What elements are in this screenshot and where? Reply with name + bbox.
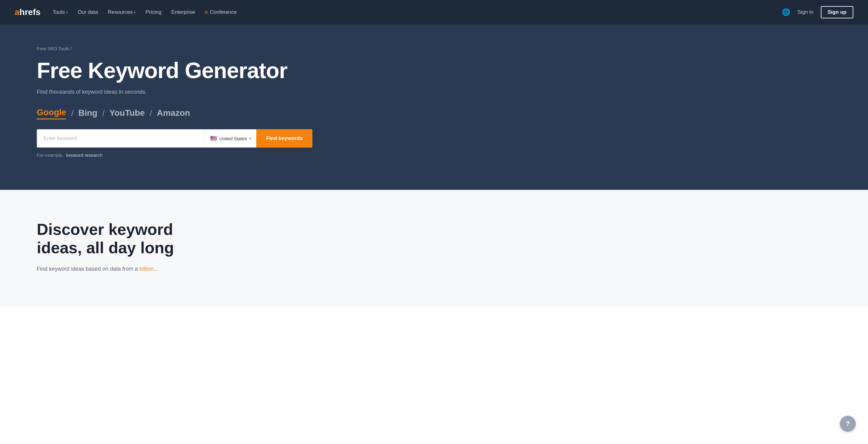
logo-hrefs: hrefs: [20, 7, 40, 17]
lower-description: Find keyword ideas based on data from a …: [37, 264, 245, 274]
tab-bing-label: Bing: [79, 108, 97, 118]
logo-text: ahrefs: [15, 7, 40, 17]
signin-link[interactable]: Sign in: [798, 9, 813, 15]
signin-label: Sign in: [798, 9, 813, 15]
nav-pricing[interactable]: Pricing: [146, 9, 161, 15]
search-row: 🇺🇸 United States ▾ Find keywords: [37, 129, 312, 148]
nav-enterprise[interactable]: Enterprise: [171, 9, 195, 15]
conference-icon: ≡: [205, 9, 208, 15]
nav-tools[interactable]: Tools ▾: [53, 9, 68, 15]
nav-conference-label: Conference: [210, 9, 237, 15]
signup-label: Sign up: [828, 9, 846, 15]
tab-amazon-label: Amazon: [157, 108, 190, 118]
page-title: Free Keyword Generator: [37, 59, 831, 83]
tab-google[interactable]: Google: [37, 107, 66, 119]
nav-conference[interactable]: ≡ Conference: [205, 9, 237, 15]
hero-subtitle: Find thousands of keyword ideas in secon…: [37, 89, 831, 95]
logo-a: a: [15, 7, 20, 17]
nav-enterprise-label: Enterprise: [171, 9, 195, 15]
hero-section: Free SEO Tools / Free Keyword Generator …: [0, 25, 868, 190]
nav-links: Tools ▾ Our data Resources ▾ Pricing Ent…: [53, 9, 782, 15]
resources-chevron-icon: ▾: [134, 10, 136, 14]
tab-youtube[interactable]: YouTube: [109, 108, 145, 119]
globe-button[interactable]: 🌐: [782, 8, 790, 16]
separator-2: /: [102, 109, 104, 118]
tab-google-label: Google: [37, 107, 66, 117]
nav-tools-label: Tools: [53, 9, 65, 15]
example-prefix: For example,: [37, 153, 64, 158]
country-select[interactable]: 🇺🇸 United States ▾: [205, 129, 256, 148]
nav-ourdata-label: Our data: [78, 9, 98, 15]
breadcrumb: Free SEO Tools /: [37, 46, 831, 51]
breadcrumb-parent: Free SEO Tools: [37, 46, 69, 51]
tab-amazon[interactable]: Amazon: [157, 108, 190, 119]
separator-1: /: [71, 109, 73, 118]
find-keywords-button[interactable]: Find keywords: [256, 129, 312, 148]
logo[interactable]: ahrefs: [15, 7, 40, 17]
nav-ourdata[interactable]: Our data: [78, 9, 98, 15]
tab-bing[interactable]: Bing: [79, 108, 97, 119]
separator-3: /: [150, 109, 152, 118]
breadcrumb-separator: /: [70, 46, 72, 51]
tools-chevron-icon: ▾: [66, 10, 68, 14]
billion-link[interactable]: billion: [140, 266, 153, 272]
example-keyword: keyword research: [66, 153, 102, 158]
signup-button[interactable]: Sign up: [821, 6, 853, 19]
nav-right: 🌐 Sign in Sign up: [782, 6, 853, 19]
find-btn-label: Find keywords: [266, 135, 303, 141]
example-text: For example, keyword research: [37, 153, 831, 158]
country-label: United States: [219, 136, 247, 141]
country-chevron-icon: ▾: [249, 136, 251, 140]
nav-resources[interactable]: Resources ▾: [108, 9, 136, 15]
breadcrumb-link[interactable]: Free SEO Tools: [37, 46, 70, 51]
nav-pricing-label: Pricing: [146, 9, 161, 15]
keyword-input[interactable]: [37, 129, 205, 148]
tab-youtube-label: YouTube: [109, 108, 145, 118]
nav-resources-label: Resources: [108, 9, 133, 15]
lower-section: Discover keyword ideas, all day long Fin…: [0, 190, 868, 306]
us-flag-icon: 🇺🇸: [210, 135, 217, 142]
engine-tabs: Google / Bing / YouTube / Amazon: [37, 107, 831, 119]
navbar: ahrefs Tools ▾ Our data Resources ▾ Pric…: [0, 0, 868, 25]
lower-title: Discover keyword ideas, all day long: [37, 220, 220, 257]
